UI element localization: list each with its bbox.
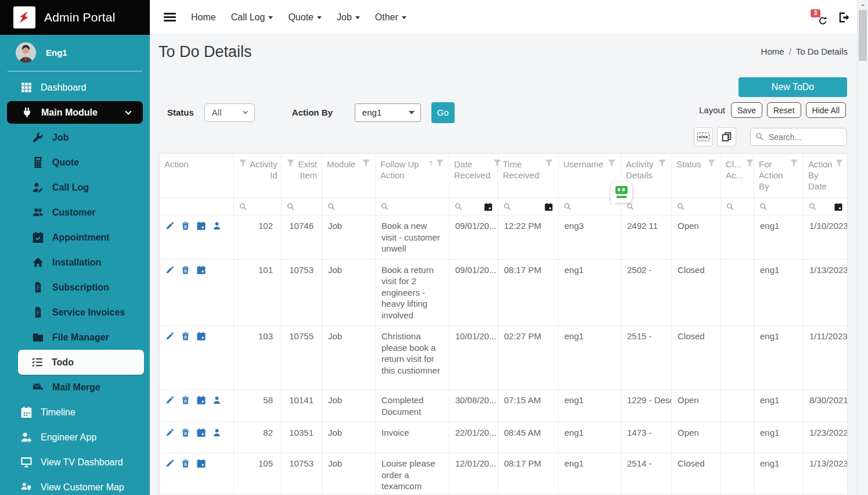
breadcrumb-home[interactable]: Home: [761, 46, 784, 56]
filter-cell-follow-up[interactable]: [376, 198, 449, 216]
sidebar-item-dashboard[interactable]: Dashboard: [0, 75, 150, 100]
new-todo-button[interactable]: New ToDo: [739, 77, 847, 97]
copy-columns-button[interactable]: [717, 127, 736, 146]
search-icon[interactable]: [327, 203, 335, 210]
search-icon[interactable]: [626, 203, 634, 210]
delete-icon[interactable]: [181, 221, 190, 230]
filter-icon[interactable]: [286, 159, 295, 167]
nav-job[interactable]: Job: [337, 12, 360, 23]
notification-icon[interactable]: 3: [811, 9, 828, 26]
schedule-icon[interactable]: [197, 396, 206, 404]
search-icon[interactable]: [677, 203, 685, 210]
sidebar-item-todo[interactable]: Todo: [18, 350, 144, 375]
delete-icon[interactable]: [181, 396, 190, 404]
search-icon[interactable]: [726, 203, 734, 210]
sidebar-item-job[interactable]: Job: [0, 125, 150, 150]
sidebar-item-timeline[interactable]: Timeline: [0, 400, 150, 425]
sidebar-item-quote[interactable]: Quote: [0, 150, 150, 175]
search-input[interactable]: [750, 128, 847, 146]
nav-other[interactable]: Other: [375, 12, 406, 23]
sidebar-item-view-customer-map[interactable]: View Customer Map: [0, 475, 150, 495]
filter-cell-date-received[interactable]: [449, 198, 498, 216]
filter-cell-client-action[interactable]: [721, 198, 754, 216]
filter-icon[interactable]: [493, 159, 502, 167]
hamburger-icon[interactable]: [164, 13, 176, 21]
delete-icon[interactable]: [181, 428, 190, 437]
delete-icon[interactable]: [181, 266, 190, 274]
sidebar-item-customer[interactable]: Customer: [0, 200, 150, 225]
layout-hide-all-button[interactable]: Hide All: [806, 102, 846, 118]
action-by-select[interactable]: eng1: [355, 103, 421, 122]
search-icon[interactable]: [239, 203, 247, 210]
search-icon[interactable]: [809, 203, 816, 210]
delete-icon[interactable]: [181, 332, 190, 340]
search-icon[interactable]: [287, 203, 294, 210]
status-select[interactable]: All: [204, 103, 255, 122]
sidebar-item-file-manager[interactable]: File Manager: [0, 325, 150, 350]
schedule-icon[interactable]: [197, 459, 206, 468]
edit-icon[interactable]: [165, 266, 174, 274]
nav-quote[interactable]: Quote: [288, 12, 322, 23]
sidebar-item-installation[interactable]: Installation: [0, 250, 150, 275]
user-icon[interactable]: [213, 396, 221, 404]
vertical-scrollbar[interactable]: [857, 0, 868, 495]
edit-icon[interactable]: [165, 332, 174, 340]
sidebar-item-mail-merge[interactable]: Mail Merge: [0, 375, 150, 400]
search-icon[interactable]: [381, 203, 388, 210]
nav-home[interactable]: Home: [191, 12, 216, 23]
edit-icon[interactable]: [165, 396, 174, 404]
filter-icon[interactable]: [658, 159, 667, 167]
search-icon[interactable]: [503, 203, 511, 210]
sidebar-item-call-log[interactable]: Call Log: [0, 175, 150, 200]
schedule-icon[interactable]: [197, 266, 206, 274]
go-button[interactable]: Go: [431, 102, 455, 123]
scroll-up-button[interactable]: [858, 0, 868, 10]
edit-icon[interactable]: [165, 459, 174, 468]
sidebar-item-main-module[interactable]: Main Module: [7, 101, 143, 124]
sidebar-item-service-invoices[interactable]: Service Invoices: [0, 300, 150, 325]
filter-cell-exist-item[interactable]: [282, 198, 322, 216]
layout-reset-button[interactable]: Reset: [767, 102, 801, 118]
robot-helper-icon[interactable]: [611, 182, 632, 203]
search-icon[interactable]: [759, 203, 767, 210]
signout-icon[interactable]: [837, 12, 850, 23]
filter-cell-activity-id[interactable]: [234, 198, 282, 216]
sidebar-item-appointment[interactable]: Appointment: [0, 225, 150, 250]
search-icon[interactable]: [564, 203, 571, 210]
delete-icon[interactable]: [181, 459, 190, 468]
nav-call-log[interactable]: Call Log: [231, 12, 273, 23]
edit-icon[interactable]: [165, 221, 174, 230]
filter-cell-time-received[interactable]: [498, 198, 559, 216]
filter-icon[interactable]: [435, 159, 444, 167]
filter-cell-for-action-by[interactable]: [754, 198, 804, 216]
filter-icon[interactable]: [239, 159, 247, 167]
schedule-icon[interactable]: [197, 428, 206, 437]
filter-icon[interactable]: [835, 159, 844, 167]
filter-cell-status[interactable]: [672, 198, 721, 216]
calendar-icon[interactable]: [484, 203, 492, 211]
user-profile[interactable]: Eng1: [0, 35, 150, 70]
filter-icon[interactable]: [745, 159, 754, 167]
filter-icon[interactable]: [362, 159, 370, 167]
filter-icon[interactable]: [607, 159, 616, 167]
user-icon[interactable]: [213, 221, 221, 230]
schedule-icon[interactable]: [197, 221, 206, 230]
edit-icon[interactable]: [165, 428, 174, 437]
calendar-icon[interactable]: [545, 203, 553, 211]
export-xlsx-button[interactable]: xlsx: [694, 127, 713, 146]
sidebar-item-subscription[interactable]: Subscription: [0, 275, 150, 300]
filter-icon[interactable]: [545, 159, 553, 167]
filter-cell-module[interactable]: [322, 198, 376, 216]
filter-icon[interactable]: [790, 159, 798, 167]
scrollbar-thumb[interactable]: [859, 10, 867, 61]
user-icon[interactable]: [213, 428, 221, 437]
sort-up-icon[interactable]: ↑: [429, 159, 433, 167]
filter-cell-action-by-date[interactable]: [804, 198, 848, 216]
sidebar-item-view-tv-dashboard[interactable]: View TV Dashboard: [0, 450, 150, 475]
search-icon[interactable]: [455, 203, 462, 210]
calendar-icon[interactable]: [834, 203, 842, 211]
layout-save-button[interactable]: Save: [731, 102, 762, 118]
schedule-icon[interactable]: [197, 332, 206, 340]
filter-icon[interactable]: [707, 159, 716, 167]
sidebar-item-engineer-app[interactable]: Engineer App: [0, 425, 150, 450]
